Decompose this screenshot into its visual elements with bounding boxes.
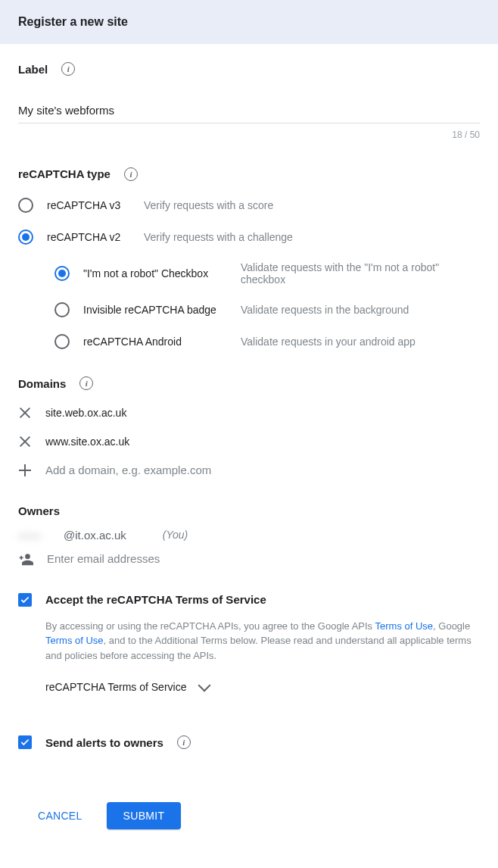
alerts-label: Send alerts to owners bbox=[45, 736, 163, 749]
radio-desc: Verify requests with a score bbox=[144, 199, 273, 211]
svg-rect-2 bbox=[20, 555, 22, 559]
tos-checkbox-row: Accept the reCAPTCHA Terms of Service bbox=[18, 593, 480, 607]
tos-checkbox-label: Accept the reCAPTCHA Terms of Service bbox=[45, 593, 266, 606]
page-title: Register a new site bbox=[18, 15, 480, 29]
chevron-down-icon bbox=[198, 679, 211, 692]
radio-button[interactable] bbox=[18, 198, 33, 213]
domain-add-row bbox=[18, 464, 480, 477]
radio-desc: Verify requests with a challenge bbox=[144, 231, 293, 243]
radio-button[interactable] bbox=[18, 229, 33, 245]
info-icon[interactable]: i bbox=[79, 376, 93, 390]
radio-desc: Validate requests in your android app bbox=[241, 336, 416, 348]
radio-button[interactable] bbox=[54, 334, 70, 349]
radio-label: Invisible reCAPTCHA badge bbox=[83, 304, 227, 316]
tos-checkbox[interactable] bbox=[18, 593, 32, 607]
char-counter: 18 / 50 bbox=[18, 130, 480, 140]
radio-button[interactable] bbox=[54, 302, 70, 317]
tos-link[interactable]: Terms of Use bbox=[375, 620, 434, 632]
tos-description: By accessing or using the reCAPTCHA APIs… bbox=[45, 619, 480, 663]
domain-item: site.web.ox.ac.uk bbox=[18, 406, 480, 420]
add-icon[interactable] bbox=[18, 464, 32, 477]
owners-title-text: Owners bbox=[18, 504, 60, 517]
owner-email-input[interactable] bbox=[47, 552, 480, 565]
type-section-title: reCAPTCHA type i bbox=[18, 167, 138, 181]
svg-point-0 bbox=[25, 554, 30, 559]
radio-android-option[interactable]: reCAPTCHA Android Validate requests in y… bbox=[54, 334, 480, 349]
radio-button[interactable] bbox=[54, 266, 70, 281]
page-header: Register a new site bbox=[0, 0, 498, 44]
radio-label: reCAPTCHA v2 bbox=[47, 231, 130, 243]
owner-item: xxxx@it.ox.ac.uk (You) bbox=[18, 529, 480, 542]
radio-label: reCAPTCHA v3 bbox=[47, 199, 130, 211]
radio-label: reCAPTCHA Android bbox=[83, 336, 227, 348]
domain-text: www.site.ox.ac.uk bbox=[45, 436, 129, 448]
remove-icon[interactable] bbox=[18, 406, 32, 420]
domains-section-title: Domains i bbox=[18, 376, 93, 390]
tos-expand-label: reCAPTCHA Terms of Service bbox=[45, 681, 186, 693]
button-row: CANCEL SUBMIT bbox=[18, 802, 480, 829]
owner-email: xxxx@it.ox.ac.uk bbox=[18, 529, 126, 542]
domain-item: www.site.ox.ac.uk bbox=[18, 435, 480, 448]
owners-section-title: Owners bbox=[18, 504, 60, 517]
alerts-checkbox[interactable] bbox=[18, 735, 32, 749]
cancel-button[interactable]: CANCEL bbox=[29, 802, 92, 829]
submit-button[interactable]: SUBMIT bbox=[107, 802, 182, 829]
remove-icon[interactable] bbox=[18, 435, 32, 448]
info-icon[interactable]: i bbox=[177, 735, 191, 749]
alerts-checkbox-row: Send alerts to owners i bbox=[18, 735, 480, 749]
domain-text: site.web.ox.ac.uk bbox=[45, 407, 126, 419]
label-title-text: Label bbox=[18, 63, 48, 76]
person-add-icon[interactable] bbox=[18, 552, 33, 566]
tos-link[interactable]: Terms of Use bbox=[45, 635, 104, 646]
radio-label: "I'm not a robot" Checkbox bbox=[83, 267, 227, 279]
radio-desc: Validate requests with the "I'm not a ro… bbox=[241, 261, 480, 286]
domain-input[interactable] bbox=[45, 464, 480, 476]
radio-invisible-option[interactable]: Invisible reCAPTCHA badge Validate reque… bbox=[54, 302, 480, 317]
label-section-title: Label i bbox=[18, 62, 75, 76]
owner-you-label: (You) bbox=[163, 529, 188, 541]
radio-recaptcha-v3[interactable]: reCAPTCHA v3 Verify requests with a scor… bbox=[18, 198, 480, 213]
info-icon[interactable]: i bbox=[61, 62, 75, 76]
radio-desc: Validate requests in the background bbox=[241, 304, 409, 316]
domains-title-text: Domains bbox=[18, 377, 66, 390]
tos-expand-toggle[interactable]: reCAPTCHA Terms of Service bbox=[45, 681, 480, 693]
type-title-text: reCAPTCHA type bbox=[18, 167, 110, 180]
label-input[interactable] bbox=[18, 98, 480, 123]
owner-add-row bbox=[18, 552, 480, 566]
info-icon[interactable]: i bbox=[124, 167, 138, 181]
radio-checkbox-option[interactable]: "I'm not a robot" Checkbox Validate requ… bbox=[54, 261, 480, 286]
radio-recaptcha-v2[interactable]: reCAPTCHA v2 Verify requests with a chal… bbox=[18, 229, 480, 245]
